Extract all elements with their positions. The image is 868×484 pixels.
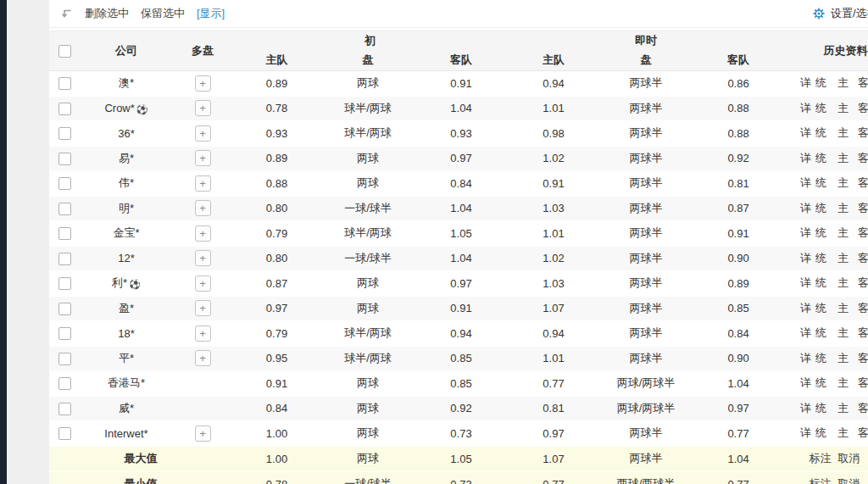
row-checkbox[interactable]	[58, 427, 71, 440]
company-name[interactable]: 平*	[119, 352, 134, 364]
row-checkbox[interactable]	[58, 127, 71, 140]
row-checkbox[interactable]	[58, 303, 71, 315]
row-checkbox[interactable]	[58, 353, 71, 365]
history-link[interactable]: 详	[800, 76, 811, 89]
history-link[interactable]: 主	[837, 326, 849, 339]
select-all-checkbox[interactable]	[58, 45, 71, 58]
history-link[interactable]: 统	[815, 252, 826, 264]
history-link[interactable]: 主	[837, 376, 849, 389]
delete-selected-button[interactable]: 删除选中	[85, 6, 129, 21]
history-link[interactable]: 主	[837, 202, 849, 214]
expand-plus-button[interactable]: +	[195, 300, 211, 316]
expand-plus-button[interactable]: +	[195, 200, 211, 216]
company-name[interactable]: 威*	[119, 402, 134, 414]
history-link[interactable]: 详	[800, 176, 811, 189]
history-link[interactable]: 统	[815, 126, 826, 139]
history-link[interactable]: 统	[815, 176, 826, 189]
summary-action-link[interactable]: 标注	[810, 477, 832, 484]
history-link[interactable]: 详	[800, 376, 811, 389]
history-link[interactable]: 主	[837, 352, 849, 364]
history-link[interactable]: 客	[858, 252, 868, 264]
history-link[interactable]: 详	[800, 152, 811, 164]
history-link[interactable]: 详	[800, 402, 811, 414]
expand-plus-button[interactable]: +	[195, 426, 211, 442]
history-link[interactable]: 统	[815, 102, 826, 114]
history-link[interactable]: 统	[815, 152, 826, 164]
expand-plus-button[interactable]: +	[195, 75, 211, 92]
row-checkbox[interactable]	[58, 203, 71, 215]
history-link[interactable]: 主	[837, 226, 849, 239]
expand-plus-button[interactable]: +	[195, 350, 211, 366]
history-link[interactable]: 主	[837, 176, 849, 189]
company-name[interactable]: 利*	[112, 276, 127, 289]
history-link[interactable]: 详	[800, 352, 811, 364]
company-name[interactable]: Interwet*	[104, 427, 147, 440]
history-link[interactable]: 客	[858, 426, 868, 439]
company-name[interactable]: 澳*	[119, 76, 134, 89]
history-link[interactable]: 详	[800, 102, 811, 114]
history-link[interactable]: 客	[858, 126, 868, 139]
history-link[interactable]: 统	[815, 426, 826, 439]
history-link[interactable]: 详	[800, 126, 811, 139]
company-name[interactable]: Crow*	[104, 102, 134, 114]
history-link[interactable]: 详	[800, 426, 811, 439]
company-name[interactable]: 香港马*	[108, 376, 145, 389]
history-link[interactable]: 主	[837, 302, 849, 314]
history-link[interactable]: 客	[858, 302, 868, 314]
history-link[interactable]: 统	[815, 402, 826, 414]
company-name[interactable]: 18*	[118, 327, 135, 340]
history-link[interactable]: 详	[800, 276, 811, 289]
history-link[interactable]: 客	[858, 352, 868, 364]
company-name[interactable]: 盈*	[119, 302, 134, 314]
summary-action-link[interactable]: 取消	[838, 477, 860, 484]
history-link[interactable]: 客	[858, 276, 868, 289]
history-link[interactable]: 详	[800, 226, 811, 239]
history-link[interactable]: 客	[858, 226, 868, 239]
company-name[interactable]: 36*	[118, 127, 135, 140]
row-checkbox[interactable]	[58, 327, 71, 340]
company-name[interactable]: 12*	[118, 252, 135, 264]
row-checkbox[interactable]	[58, 253, 71, 265]
expand-plus-button[interactable]: +	[195, 325, 211, 342]
history-link[interactable]: 客	[858, 152, 868, 164]
history-link[interactable]: 客	[858, 202, 868, 214]
expand-plus-button[interactable]: +	[195, 125, 211, 142]
row-checkbox[interactable]	[58, 277, 71, 290]
history-link[interactable]: 主	[837, 402, 849, 414]
history-link[interactable]: 统	[815, 202, 826, 214]
expand-plus-button[interactable]: +	[195, 250, 211, 266]
history-link[interactable]: 客	[858, 176, 868, 189]
history-link[interactable]: 统	[815, 276, 826, 289]
expand-plus-button[interactable]: +	[195, 275, 211, 292]
history-link[interactable]: 详	[800, 252, 811, 264]
expand-plus-button[interactable]: +	[195, 175, 211, 192]
keep-selected-button[interactable]: 保留选中	[141, 6, 185, 21]
show-link[interactable]: [显示]	[197, 6, 225, 21]
history-link[interactable]: 统	[815, 226, 826, 239]
row-checkbox[interactable]	[58, 153, 71, 165]
history-link[interactable]: 客	[858, 376, 868, 389]
summary-action-link[interactable]: 取消	[838, 452, 860, 465]
row-checkbox[interactable]	[58, 403, 71, 415]
company-name[interactable]: 金宝*	[113, 226, 139, 239]
settings-control[interactable]: 设置/选择	[812, 0, 868, 27]
history-link[interactable]: 统	[815, 302, 826, 314]
summary-action-link[interactable]: 标注	[810, 452, 832, 465]
row-checkbox[interactable]	[58, 177, 71, 190]
history-link[interactable]: 主	[837, 126, 849, 139]
history-link[interactable]: 主	[837, 152, 849, 164]
history-link[interactable]: 统	[815, 76, 826, 89]
history-link[interactable]: 客	[858, 402, 868, 414]
company-name[interactable]: 明*	[119, 202, 134, 214]
history-link[interactable]: 客	[858, 326, 868, 339]
history-link[interactable]: 主	[837, 76, 849, 89]
expand-plus-button[interactable]: +	[195, 225, 211, 242]
company-name[interactable]: 伟*	[119, 176, 134, 189]
history-link[interactable]: 主	[837, 102, 849, 114]
history-link[interactable]: 客	[858, 102, 868, 114]
history-link[interactable]: 详	[800, 302, 811, 314]
expand-plus-button[interactable]: +	[195, 100, 211, 116]
history-link[interactable]: 主	[837, 426, 849, 439]
history-link[interactable]: 主	[837, 252, 849, 264]
history-link[interactable]: 统	[815, 326, 826, 339]
